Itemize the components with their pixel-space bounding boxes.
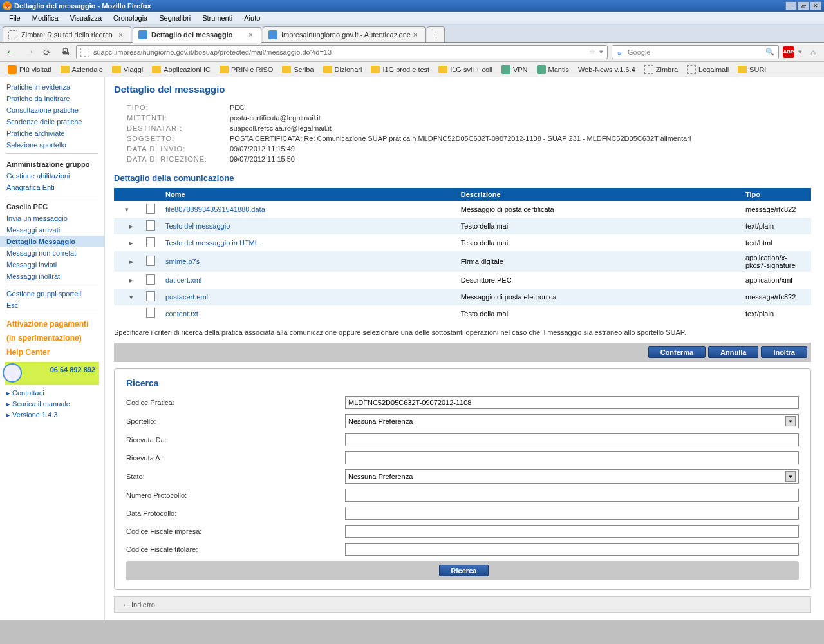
sidebar-link[interactable]: Scadenze delle pratiche — [0, 116, 104, 128]
expand-icon[interactable]: ▸ — [129, 276, 133, 284]
sidebar-footer-link[interactable]: Contattaci — [0, 388, 104, 399]
sidebar-link[interactable]: Esci — [0, 299, 104, 311]
conferma-button[interactable]: Conferma — [648, 346, 706, 358]
file-name-link[interactable]: content.txt — [165, 310, 198, 317]
form-input[interactable] — [345, 433, 799, 446]
window-restore-button[interactable]: ▱ — [798, 1, 809, 10]
form-input[interactable] — [345, 507, 799, 520]
nav-forward-button[interactable]: → — [22, 45, 36, 59]
url-dropdown-icon[interactable]: ▾ — [599, 48, 603, 56]
file-name-link[interactable]: postacert.eml — [165, 293, 208, 301]
detail-label: MITTENTI: — [127, 114, 230, 122]
window-close-button[interactable]: ✕ — [810, 1, 821, 10]
sidebar-footer-link[interactable]: Versione 1.4.3 — [0, 410, 104, 421]
bookmark-item[interactable]: Applicazioni IC — [148, 64, 214, 75]
menu-modifica[interactable]: Modifica — [27, 13, 64, 23]
file-name-link[interactable]: file8078399343591541888.data — [165, 205, 265, 213]
dropdown-icon[interactable]: ▼ — [785, 471, 796, 482]
bookmark-label: Web-News v.1.6.4 — [578, 66, 635, 73]
help-center-heading: Help Center — [0, 345, 104, 359]
bookmark-item[interactable]: Zimbra — [641, 64, 682, 75]
tab-close-icon[interactable]: × — [117, 31, 126, 39]
sidebar-link[interactable]: Anagrafica Enti — [0, 182, 104, 193]
menu-segnalibri[interactable]: Segnalibri — [154, 13, 196, 23]
expand-icon[interactable]: ▸ — [129, 222, 133, 230]
sidebar-footer-link[interactable]: Scarica il manuale — [0, 399, 104, 410]
nav-reload-button[interactable]: ⟳ — [40, 45, 54, 59]
bookmark-item[interactable]: Dizionari — [319, 64, 366, 75]
form-label: Ricevuta A: — [126, 454, 345, 462]
sidebar-link[interactable]: Messaggi non correlati — [0, 247, 104, 259]
bookmark-item[interactable]: VPN — [498, 64, 532, 75]
sidebar-link[interactable]: Messaggi arrivati — [0, 224, 104, 236]
menu-file[interactable]: File — [4, 13, 26, 23]
bookmark-item[interactable]: Mantis — [533, 64, 573, 75]
menu-strumenti[interactable]: Strumenti — [197, 13, 238, 23]
rss-icon — [8, 65, 17, 74]
sidebar-link[interactable]: Pratiche in evidenza — [0, 81, 104, 93]
back-link[interactable]: ← Indietro — [114, 596, 811, 613]
sidebar-link[interactable]: Pratiche da inoltrare — [0, 93, 104, 104]
bookmark-item[interactable]: Aziendale — [57, 64, 107, 75]
file-name-link[interactable]: smime.p7s — [165, 258, 200, 265]
window-minimize-button[interactable]: _ — [785, 1, 797, 10]
expand-icon[interactable]: ▸ — [129, 239, 133, 247]
sidebar-link[interactable]: Invia un messaggio — [0, 213, 104, 224]
dropdown-icon[interactable]: ▼ — [785, 416, 796, 426]
menu-cronologia[interactable]: Cronologia — [108, 13, 153, 23]
file-name-link[interactable]: daticert.xml — [165, 276, 201, 284]
menu-aiuto[interactable]: Aiuto — [239, 13, 265, 23]
nav-print-button[interactable]: 🖶 — [58, 45, 72, 59]
menu-visualizza[interactable]: Visualizza — [65, 13, 107, 23]
search-panel-title: Ricerca — [126, 378, 799, 388]
page-icon — [687, 65, 696, 74]
form-input[interactable] — [345, 451, 799, 464]
annulla-button[interactable]: Annulla — [708, 346, 758, 358]
form-select[interactable]: Nessuna Preferenza▼ — [345, 469, 799, 484]
browser-search-box[interactable]: G Google 🔍 — [612, 45, 779, 59]
bookmark-star-icon[interactable]: ☆ — [589, 48, 595, 56]
search-icon[interactable]: 🔍 — [765, 48, 774, 56]
sidebar-link[interactable]: Selezione sportello — [0, 139, 104, 151]
tab-close-icon[interactable]: × — [247, 31, 256, 39]
form-input[interactable] — [345, 525, 799, 538]
browser-tab[interactable]: Dettaglio del messaggio× — [133, 27, 261, 43]
sidebar-link[interactable]: Consultazione pratiche — [0, 104, 104, 116]
bookmark-item[interactable]: SURI — [734, 64, 770, 75]
url-bar[interactable]: suapcl.impresainungiorno.gov.it/bosuap/p… — [76, 45, 608, 59]
sidebar-link[interactable]: Pratiche archiviate — [0, 128, 104, 139]
bookmark-item[interactable]: I1G svil + coll — [435, 64, 496, 75]
new-tab-button[interactable]: + — [427, 26, 445, 42]
window-titlebar: 🦊 Dettaglio del messaggio - Mozilla Fire… — [0, 0, 824, 12]
sidebar-link[interactable]: Messaggi inoltrati — [0, 270, 104, 282]
sidebar-link[interactable]: Gestione gruppi sportelli — [0, 288, 104, 299]
browser-tab[interactable]: Zimbra: Risultati della ricerca× — [3, 26, 131, 42]
bookmark-item[interactable]: Più visitati — [4, 64, 55, 75]
form-select[interactable]: Nessuna Preferenza▼ — [345, 414, 799, 428]
bookmark-item[interactable]: Scriba — [278, 64, 317, 75]
file-name-link[interactable]: Testo del messaggio in HTML — [165, 239, 259, 247]
bookmark-item[interactable]: I1G prod e test — [367, 64, 433, 75]
sidebar-link[interactable]: Dettaglio Messaggio — [0, 236, 104, 247]
inoltra-button[interactable]: Inoltra — [761, 346, 807, 358]
abp-icon[interactable]: ABP — [783, 46, 794, 58]
form-input[interactable] — [345, 489, 799, 502]
ricerca-button[interactable]: Ricerca — [439, 565, 489, 576]
abp-dropdown-icon[interactable]: ▾ — [798, 48, 802, 56]
tab-close-icon[interactable]: × — [411, 31, 420, 39]
nav-home-button[interactable]: ⌂ — [806, 45, 820, 59]
bookmark-item[interactable]: Legalmail — [683, 64, 733, 75]
expand-icon[interactable]: ▾ — [125, 205, 129, 213]
form-input[interactable] — [345, 396, 799, 409]
nav-back-button[interactable]: ← — [4, 45, 18, 59]
bookmark-item[interactable]: PRIN e RISO — [216, 64, 277, 75]
form-input[interactable] — [345, 543, 799, 556]
browser-tab[interactable]: Impresainungiorno.gov.it - Autenticazion… — [263, 26, 426, 42]
expand-icon[interactable]: ▸ — [129, 258, 133, 265]
bookmark-item[interactable]: Viaggi — [108, 64, 147, 75]
sidebar-link[interactable]: Messaggi inviati — [0, 259, 104, 270]
sidebar-link[interactable]: Gestione abilitazioni — [0, 170, 104, 182]
expand-icon[interactable]: ▾ — [129, 293, 133, 301]
file-name-link[interactable]: Testo del messaggio — [165, 222, 230, 230]
bookmark-item[interactable]: Web-News v.1.6.4 — [574, 64, 639, 75]
